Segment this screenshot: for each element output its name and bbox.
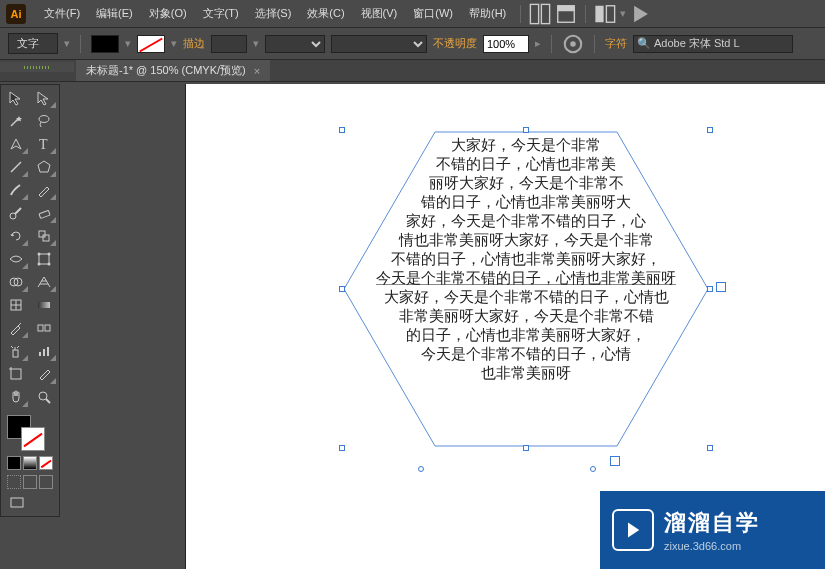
shape-builder-tool[interactable] [3,271,29,293]
document-tab[interactable]: 未标题-1* @ 150% (CMYK/预览) × [76,60,270,81]
svg-rect-17 [43,235,49,241]
menu-bar: Ai 文件(F) 编辑(E) 对象(O) 文字(T) 选择(S) 效果(C) 视… [0,0,825,28]
menu-view[interactable]: 视图(V) [355,3,404,24]
menu-edit[interactable]: 编辑(E) [90,3,139,24]
graph-tool[interactable] [31,340,57,362]
mesh-tool[interactable] [3,294,29,316]
eraser-tool[interactable] [31,202,57,224]
selection-tool[interactable] [3,87,29,109]
stroke-weight-input[interactable] [211,35,247,53]
draw-normal[interactable] [7,475,21,489]
rotate-tool[interactable] [3,225,29,247]
font-family-select[interactable]: 🔍 Adobe 宋体 Std L [633,35,793,53]
screen-mode-button[interactable] [7,494,27,512]
selection-handle[interactable] [523,127,529,133]
zoom-tool[interactable] [31,386,57,408]
fill-swatch[interactable] [91,35,119,53]
stroke-profile-select[interactable] [265,35,325,53]
color-mode-none[interactable] [39,456,53,470]
svg-rect-29 [38,325,43,331]
selection-handle[interactable] [707,127,713,133]
panel-grip[interactable] [0,62,74,72]
menu-effect[interactable]: 效果(C) [301,3,350,24]
type-tool[interactable]: T [31,133,57,155]
menu-window[interactable]: 窗口(W) [407,3,459,24]
svg-rect-1 [542,4,550,23]
svg-rect-28 [38,302,50,308]
color-mode-solid[interactable] [7,456,21,470]
thread-port-out[interactable] [590,466,596,472]
paintbrush-tool[interactable] [3,179,29,201]
perspective-grid-tool[interactable] [31,271,57,293]
svg-point-20 [47,253,50,256]
svg-marker-12 [38,161,50,172]
watermark: 溜溜自学 zixue.3d66.com [600,491,825,569]
document-tabs: 未标题-1* @ 150% (CMYK/预览) × [0,60,825,82]
selection-handle[interactable] [523,445,529,451]
active-tool-label: 文字 [8,33,58,54]
selection-handle[interactable] [707,445,713,451]
scale-tool[interactable] [31,225,57,247]
svg-text:T: T [39,137,48,152]
hand-tool[interactable] [3,386,29,408]
menu-type[interactable]: 文字(T) [197,3,245,24]
selection-handle[interactable] [339,445,345,451]
shape-tool[interactable] [31,156,57,178]
menu-help[interactable]: 帮助(H) [463,3,512,24]
document-title: 未标题-1* @ 150% (CMYK/预览) [86,63,246,78]
svg-point-22 [47,263,50,266]
draw-inside[interactable] [39,475,53,489]
canvas-area[interactable]: 大家好，今天是个非常 不错的日子，心情也非常美 丽呀大家好，今天是个非常不 错的… [76,84,825,569]
stroke-color[interactable] [21,427,45,451]
text-out-port[interactable] [716,282,726,292]
color-mode-gradient[interactable] [23,456,37,470]
symbol-sprayer-tool[interactable] [3,340,29,362]
artboard-tool[interactable] [3,363,29,385]
selection-handle[interactable] [339,127,345,133]
menu-object[interactable]: 对象(O) [143,3,193,24]
blend-tool[interactable] [31,317,57,339]
menu-file[interactable]: 文件(F) [38,3,86,24]
free-transform-tool[interactable] [31,248,57,270]
divider [551,35,552,53]
area-type-object[interactable]: 大家好，今天是个非常 不错的日子，心情也非常美 丽呀大家好，今天是个非常不 错的… [342,130,710,448]
svg-rect-0 [531,4,539,23]
pencil-tool[interactable] [31,179,57,201]
lasso-tool[interactable] [31,110,57,132]
gradient-tool[interactable] [31,294,57,316]
eyedropper-tool[interactable] [3,317,29,339]
magic-wand-tool[interactable] [3,110,29,132]
slice-tool[interactable] [31,363,57,385]
bridge-icon[interactable] [555,4,577,24]
fill-stroke-indicator[interactable] [3,413,57,453]
brush-select[interactable] [331,35,427,53]
area-type-text[interactable]: 大家好，今天是个非常 不错的日子，心情也非常美 丽呀大家好，今天是个非常不 错的… [342,136,710,383]
watermark-title: 溜溜自学 [664,508,760,538]
svg-rect-35 [11,369,21,379]
recolor-icon[interactable] [562,34,584,54]
svg-point-21 [37,263,40,266]
opacity-input[interactable]: 100% [483,35,529,53]
stroke-swatch[interactable] [137,35,165,53]
direct-selection-tool[interactable] [31,87,57,109]
width-tool[interactable] [3,248,29,270]
svg-point-38 [39,392,47,400]
svg-rect-15 [38,210,49,218]
line-tool[interactable] [3,156,29,178]
arrange-icon[interactable] [594,4,616,24]
pen-tool[interactable] [3,133,29,155]
draw-mode-row [3,473,57,491]
divider [520,5,521,23]
character-label: 字符 [605,36,627,51]
layout-icon[interactable] [529,4,551,24]
menu-select[interactable]: 选择(S) [249,3,298,24]
sync-icon[interactable] [630,4,652,24]
draw-behind[interactable] [23,475,37,489]
blob-brush-tool[interactable] [3,202,29,224]
text-overflow-indicator[interactable] [610,456,620,466]
svg-rect-18 [39,254,49,264]
thread-port-in[interactable] [418,466,424,472]
svg-point-19 [37,253,40,256]
svg-point-7 [570,41,576,47]
close-icon[interactable]: × [254,65,260,77]
